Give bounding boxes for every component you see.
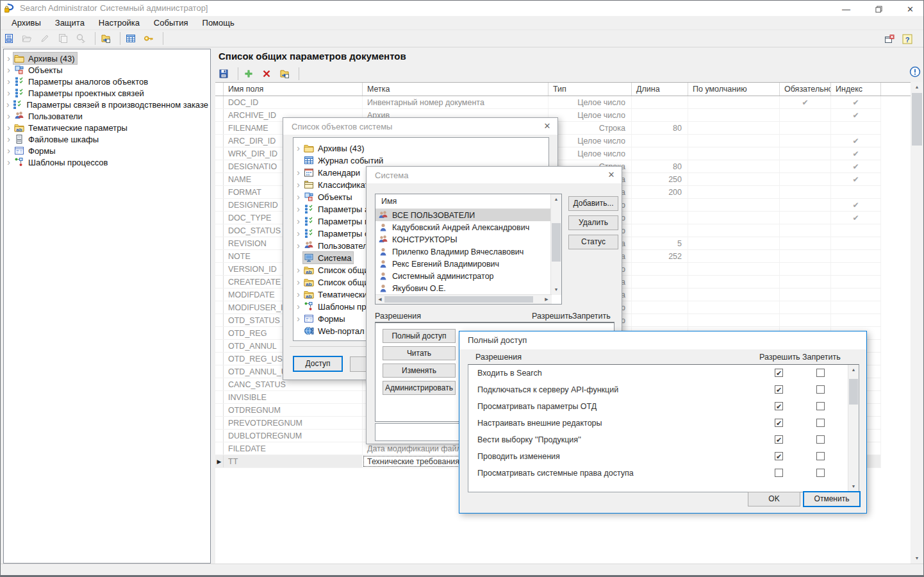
expander-chevron-icon[interactable]: ›	[293, 265, 303, 274]
perm-button-1[interactable]: Полный доступ	[383, 329, 456, 343]
expander-chevron-icon[interactable]: ›	[4, 158, 13, 167]
deny-checkbox[interactable]	[816, 419, 825, 427]
permission-row[interactable]: Входить в Search✔	[468, 365, 859, 381]
sidebar-tree-item[interactable]: ›Пользователи	[4, 110, 210, 122]
users-horizontal-scrollbar[interactable]: ◀ ▶	[375, 294, 552, 304]
allow-checkbox[interactable]: ✔	[775, 369, 783, 377]
user-row[interactable]: Кадубовский Андрей Александрович	[375, 221, 551, 233]
allow-checkbox[interactable]: ✔	[775, 419, 783, 427]
close-button[interactable]: ✕	[896, 1, 924, 17]
expander-chevron-icon[interactable]: ›	[293, 192, 303, 201]
expander-chevron-icon[interactable]: ›	[293, 229, 303, 238]
help-icon-button[interactable]: ?	[901, 31, 918, 46]
expander-chevron-icon[interactable]: ›	[293, 168, 303, 177]
expander-chevron-icon[interactable]: ›	[4, 65, 13, 74]
objects-tree-item[interactable]: ›Архивы (43)	[293, 142, 549, 154]
permission-row[interactable]: Просматривать системные права доступа	[468, 465, 859, 481]
menu-item-Защита[interactable]: Защита	[48, 16, 92, 30]
close-icon[interactable]: ✕	[539, 120, 556, 133]
column-header-4[interactable]: Длина	[632, 83, 688, 96]
perm-button-2[interactable]: Читать	[383, 346, 456, 360]
menu-item-События[interactable]: События	[147, 16, 195, 30]
expander-chevron-icon[interactable]: ›	[4, 112, 13, 121]
form-icon-button[interactable]	[3, 31, 19, 46]
expander-chevron-icon[interactable]: ›	[293, 314, 303, 323]
deny-checkbox[interactable]	[816, 369, 825, 377]
deny-checkbox[interactable]	[816, 452, 825, 460]
scroll-up-icon[interactable]: ▲	[551, 194, 561, 205]
deny-checkbox[interactable]	[816, 435, 825, 444]
delete-icon-button[interactable]	[260, 67, 277, 81]
perm-button-3[interactable]: Изменять	[383, 364, 456, 378]
open-folder-icon-button[interactable]	[21, 31, 37, 46]
perm-button-4[interactable]: Администрировать	[383, 381, 456, 395]
expander-chevron-icon[interactable]: ›	[293, 180, 303, 189]
expander-chevron-icon[interactable]: ›	[4, 77, 13, 86]
key-icon-button[interactable]	[142, 31, 159, 46]
scroll-down-icon[interactable]: ▼	[551, 285, 561, 295]
column-header-3[interactable]: Тип	[549, 83, 632, 96]
deny-checkbox[interactable]	[816, 402, 825, 410]
allow-checkbox[interactable]: ✔	[775, 402, 783, 410]
minimize-button[interactable]: —	[832, 1, 861, 17]
column-header-1[interactable]: Имя поля	[224, 83, 363, 96]
users-vertical-scrollbar[interactable]: ▲ ▼	[550, 194, 561, 295]
sidebar-tree-item[interactable]: ›Параметры аналогов объектов	[4, 76, 210, 87]
expander-chevron-icon[interactable]: ›	[4, 123, 13, 132]
column-header-2[interactable]: Метка	[363, 83, 549, 96]
user-row[interactable]: Рекс Евгений Владимирович	[375, 258, 551, 270]
permission-row[interactable]: Подключаться к серверу API-функций✔	[468, 381, 859, 398]
menu-item-Настройка[interactable]: Настройка	[92, 16, 147, 30]
user-row[interactable]: Якубович О.Е.	[375, 282, 551, 294]
edit-pencil-icon-button[interactable]	[38, 31, 55, 46]
allow-checkbox[interactable]: ✔	[775, 452, 783, 460]
add-icon-button[interactable]	[242, 67, 259, 81]
scrollbar-thumb[interactable]	[384, 296, 533, 303]
permission-row[interactable]: Вести выборку ''Продукция''✔	[468, 431, 859, 448]
allow-checkbox[interactable]: ✔	[775, 435, 783, 444]
expander-chevron-icon[interactable]: ›	[293, 290, 303, 299]
allow-checkbox[interactable]	[775, 469, 783, 477]
permission-row[interactable]: Настраивать внешние редакторы✔	[468, 415, 859, 431]
paste-icon-button[interactable]	[56, 31, 73, 46]
menu-item-Помощь[interactable]: Помощь	[195, 16, 242, 30]
table-icon-button[interactable]	[124, 31, 141, 46]
delete-user-button[interactable]: Удалить	[568, 215, 618, 230]
users-list-header[interactable]: Имя	[375, 194, 561, 209]
sidebar-tree-item[interactable]: ›Шаблоны процессов	[4, 156, 210, 168]
expander-chevron-icon[interactable]: ›	[293, 144, 303, 153]
search-icon-button[interactable]	[74, 31, 91, 46]
cancel-button[interactable]: Отменить	[803, 491, 861, 507]
expander-chevron-icon[interactable]: ›	[293, 302, 303, 311]
info-icon[interactable]	[909, 66, 922, 79]
expander-chevron-icon[interactable]: ›	[4, 146, 13, 155]
sidebar-tree-item[interactable]: ›Объекты	[4, 64, 210, 76]
scrollbar-thumb[interactable]	[849, 379, 858, 405]
objects-tree-item[interactable]: Журнал событий	[293, 154, 549, 166]
sidebar-tree-item[interactable]: ›Файловые шкафы	[4, 133, 210, 145]
column-header-7[interactable]: Индекс	[831, 83, 881, 96]
expander-chevron-icon[interactable]: ›	[4, 54, 13, 63]
user-row[interactable]: ВСЕ ПОЛЬЗОВАТЕЛИ	[375, 209, 551, 221]
exit-icon-button[interactable]	[883, 31, 900, 46]
user-row[interactable]: Прилепко Владимир Вячеславович	[375, 246, 551, 258]
sidebar-tree-item[interactable]: ›Параметры связей в производственном зак…	[4, 99, 210, 110]
expander-chevron-icon[interactable]: ›	[293, 205, 303, 213]
menu-item-Архивы[interactable]: Архивы	[4, 16, 48, 30]
status-button[interactable]: Статус	[568, 235, 618, 249]
sidebar-tree-item[interactable]: ›Параметры проектных связей	[4, 87, 210, 99]
column-header-5[interactable]: По умолчанию	[688, 83, 780, 96]
expander-chevron-icon[interactable]: ›	[4, 100, 12, 109]
allow-checkbox[interactable]: ✔	[775, 385, 783, 394]
scroll-left-icon[interactable]: ◀	[377, 295, 383, 304]
add-user-button[interactable]: Добавить...	[568, 196, 618, 211]
deny-checkbox[interactable]	[816, 469, 825, 477]
scroll-up-icon[interactable]: ▲	[911, 82, 923, 92]
permission-row[interactable]: Проводить изменения✔	[468, 448, 859, 465]
user-row[interactable]: КОНСТРУКТОРЫ	[375, 233, 551, 246]
scroll-down-icon[interactable]: ▼	[848, 481, 859, 492]
user-row[interactable]: Системный администратор	[375, 270, 551, 282]
expander-chevron-icon[interactable]: ›	[293, 217, 303, 226]
permission-row[interactable]: Просматривать параметры ОТД✔	[468, 398, 859, 415]
sidebar-tree-item[interactable]: ›Архивы (43)	[4, 53, 210, 64]
